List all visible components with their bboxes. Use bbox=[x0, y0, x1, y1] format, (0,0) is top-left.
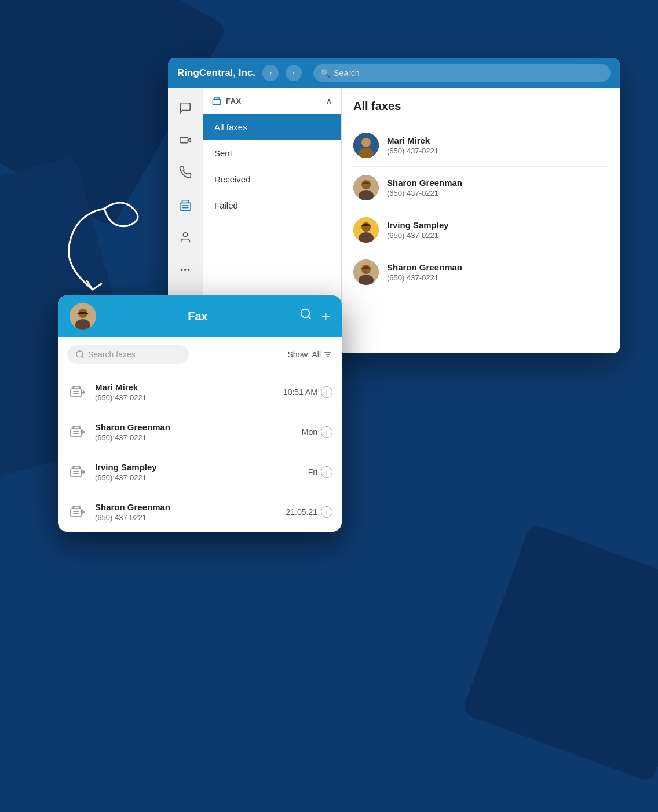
sidebar-item-phone[interactable] bbox=[175, 162, 196, 183]
search-placeholder: Search faxes bbox=[88, 350, 136, 359]
fax-item-phone: (650) 437-0221 bbox=[95, 393, 276, 402]
avatar-image bbox=[353, 175, 379, 200]
list-item[interactable]: Irving Sampley (650) 437-0221 Fri i bbox=[58, 452, 342, 492]
search-input[interactable]: Search faxes bbox=[67, 345, 189, 364]
svg-rect-31 bbox=[71, 429, 81, 437]
avatar bbox=[353, 133, 379, 158]
contact-phone: (650) 437-0221 bbox=[387, 273, 462, 282]
sidebar-item-chat[interactable] bbox=[175, 97, 196, 118]
mobile-app: Fax + Search faxes Show: All bbox=[58, 295, 342, 532]
svg-rect-1 bbox=[180, 203, 191, 210]
search-icon: 🔍 bbox=[320, 68, 330, 78]
fax-item-phone: (650) 437-0221 bbox=[95, 513, 279, 522]
fax-item-details: Sharon Greenman (650) 437-0221 bbox=[95, 502, 279, 522]
desktop-header: RingCentral, Inc. ‹ › 🔍 Search bbox=[168, 58, 620, 88]
mobile-app-title: Fax bbox=[96, 310, 299, 323]
svg-point-16 bbox=[361, 265, 371, 274]
svg-point-4 bbox=[183, 233, 187, 237]
svg-point-7 bbox=[361, 138, 371, 147]
sidebar-item-contacts[interactable] bbox=[175, 227, 196, 248]
table-row[interactable]: Sharon Greenman (650) 437-0221 bbox=[353, 167, 608, 209]
svg-point-23 bbox=[76, 351, 83, 357]
avatar-image bbox=[353, 217, 379, 243]
table-row[interactable]: Sharon Greenman (650) 437-0221 bbox=[353, 251, 608, 293]
svg-point-10 bbox=[361, 180, 371, 189]
svg-rect-34 bbox=[71, 469, 81, 477]
all-faxes-title: All faxes bbox=[353, 100, 608, 113]
fax-header-icon bbox=[212, 96, 221, 105]
show-all-filter[interactable]: Show: All bbox=[287, 350, 332, 359]
fax-menu-header: FAX ∧ bbox=[203, 88, 341, 114]
search-icon[interactable] bbox=[299, 308, 312, 325]
user-avatar bbox=[70, 303, 96, 330]
fax-item-time: Mon i bbox=[302, 426, 332, 438]
list-item[interactable]: Sharon Greenman (650) 437-0221 Mon i bbox=[58, 412, 342, 452]
fax-menu-all-faxes[interactable]: All faxes bbox=[203, 114, 341, 140]
nav-back-button[interactable]: ‹ bbox=[262, 65, 279, 81]
app-title: RingCentral, Inc. bbox=[177, 67, 255, 79]
fax-menu-failed[interactable]: Failed bbox=[203, 192, 341, 218]
svg-rect-5 bbox=[213, 99, 220, 104]
mobile-header: Fax + bbox=[58, 295, 342, 337]
fax-sent-icon bbox=[67, 382, 88, 403]
fax-item-time: 10:51 AM i bbox=[283, 386, 332, 398]
contact-name: Mari Mirek bbox=[387, 136, 438, 145]
show-all-label: Show: All bbox=[287, 350, 321, 359]
fax-item-phone: (650) 437-0221 bbox=[95, 473, 301, 482]
fax-item-name: Sharon Greenman bbox=[95, 422, 295, 432]
contact-name: Irving Sampley bbox=[387, 220, 449, 230]
fax-item-details: Mari Mirek (650) 437-0221 bbox=[95, 382, 276, 402]
contact-phone: (650) 437-0221 bbox=[387, 231, 449, 240]
nav-forward-button[interactable]: › bbox=[286, 65, 302, 81]
fax-item-name: Sharon Greenman bbox=[95, 502, 279, 512]
table-row[interactable]: Mari Mirek (650) 437-0221 bbox=[353, 125, 608, 167]
table-row[interactable]: Irving Sampley (650) 437-0221 bbox=[353, 209, 608, 251]
chevron-right-icon: › bbox=[293, 69, 295, 78]
avatar-image bbox=[353, 133, 379, 158]
fax-menu-received[interactable]: Received bbox=[203, 166, 341, 192]
fax-item-name: Mari Mirek bbox=[95, 382, 276, 392]
contact-name: Sharon Greenman bbox=[387, 178, 462, 188]
mobile-search-bar: Search faxes Show: All bbox=[58, 337, 342, 372]
fax-item-name: Irving Sampley bbox=[95, 462, 301, 472]
info-icon[interactable]: i bbox=[321, 466, 332, 478]
fax-item-time: 21.05.21 i bbox=[286, 506, 333, 518]
chevron-left-icon: ‹ bbox=[269, 69, 272, 78]
contact-name: Sharon Greenman bbox=[387, 262, 462, 272]
search-placeholder: Search bbox=[334, 68, 359, 78]
avatar bbox=[353, 259, 379, 285]
fax-item-details: Irving Sampley (650) 437-0221 bbox=[95, 462, 301, 482]
fax-item-phone: (650) 437-0221 bbox=[95, 433, 295, 442]
fax-item-time: Fri i bbox=[308, 466, 332, 478]
fax-sent-icon bbox=[67, 462, 88, 482]
info-icon[interactable]: i bbox=[321, 386, 332, 398]
all-faxes-panel: All faxes Mari Mirek (650) 437-0221 bbox=[342, 88, 620, 353]
svg-line-22 bbox=[308, 316, 310, 319]
contact-phone: (650) 437-0221 bbox=[387, 147, 438, 155]
add-icon[interactable]: + bbox=[321, 308, 330, 325]
search-icon bbox=[75, 350, 85, 359]
fax-item-details: Sharon Greenman (650) 437-0221 bbox=[95, 422, 295, 442]
fax-received-icon bbox=[67, 422, 88, 442]
fax-received-icon bbox=[67, 502, 88, 522]
mobile-header-actions: + bbox=[299, 308, 330, 325]
more-icon: ••• bbox=[180, 265, 191, 275]
sidebar-item-fax[interactable] bbox=[175, 195, 196, 215]
avatar bbox=[353, 217, 379, 243]
svg-rect-28 bbox=[71, 389, 81, 397]
fax-section-label: FAX bbox=[226, 97, 242, 105]
chevron-up-icon: ∧ bbox=[326, 97, 332, 105]
info-icon[interactable]: i bbox=[321, 426, 332, 438]
contact-phone: (650) 437-0221 bbox=[387, 189, 462, 197]
avatar bbox=[353, 175, 379, 200]
list-item[interactable]: Mari Mirek (650) 437-0221 10:51 AM i bbox=[58, 372, 342, 412]
svg-line-24 bbox=[82, 356, 83, 358]
svg-rect-0 bbox=[180, 137, 188, 142]
sidebar-item-more[interactable]: ••• bbox=[175, 259, 196, 280]
desktop-search-bar[interactable]: 🔍 Search bbox=[313, 64, 611, 82]
list-item[interactable]: Sharon Greenman (650) 437-0221 21.05.21 … bbox=[58, 492, 342, 532]
info-icon[interactable]: i bbox=[321, 506, 332, 518]
avatar-image bbox=[353, 259, 379, 285]
sidebar-item-video[interactable] bbox=[175, 130, 196, 151]
fax-menu-sent[interactable]: Sent bbox=[203, 140, 341, 166]
